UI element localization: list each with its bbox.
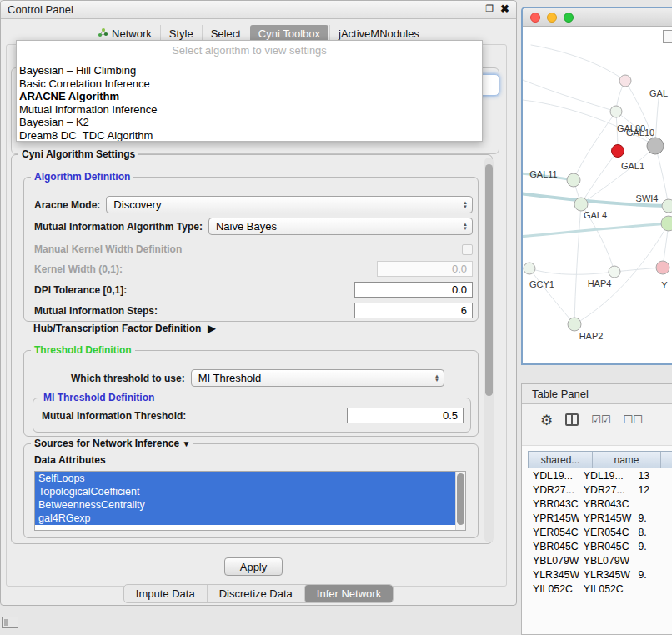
mi-steps-label: Mutual Information Steps: bbox=[34, 305, 158, 317]
algorithm-option[interactable]: Basic Correlation Inference bbox=[17, 78, 482, 91]
network-edge[interactable] bbox=[574, 204, 581, 324]
algorithm-option[interactable]: Bayesian – K2 bbox=[17, 116, 482, 129]
table-row[interactable]: YBL079WYBL079W bbox=[528, 553, 672, 568]
attribute-item-selected[interactable]: gal4RGexp bbox=[35, 512, 455, 525]
network-node[interactable] bbox=[524, 262, 535, 274]
algorithm-option[interactable]: Dream8 DC_TDC Algorithm bbox=[17, 129, 482, 142]
data-attributes-list[interactable]: SelfLoops TopologicalCoefficient Between… bbox=[34, 471, 466, 531]
minimized-panel-icon[interactable] bbox=[2, 617, 18, 628]
apply-button[interactable]: Apply bbox=[224, 558, 283, 576]
network-node[interactable] bbox=[610, 106, 622, 118]
birdseye-view-box[interactable] bbox=[663, 30, 672, 43]
tab-infer-network[interactable]: Infer Network bbox=[304, 585, 393, 602]
tab-label: Select bbox=[211, 28, 241, 40]
minimize-window-icon[interactable] bbox=[547, 12, 557, 22]
zoom-window-icon[interactable] bbox=[564, 12, 574, 22]
mi-threshold-field[interactable] bbox=[347, 408, 464, 423]
table-row[interactable]: YDL19...YDL19...13 bbox=[528, 468, 672, 482]
table-cell: YER054C bbox=[579, 527, 634, 538]
kernel-width-field[interactable] bbox=[377, 261, 473, 277]
hub-definition-toggle[interactable]: Hub/Transcription Factor Definition ▶ bbox=[33, 322, 216, 334]
dpi-tolerance-label: DPI Tolerance [0,1]: bbox=[34, 284, 127, 296]
network-edge[interactable] bbox=[581, 151, 618, 204]
which-threshold-select[interactable]: MI Threshold ▲▼ bbox=[191, 369, 444, 387]
column-header[interactable]: name bbox=[592, 452, 660, 468]
table-row[interactable]: YER054CYER054C8. bbox=[528, 525, 672, 539]
close-window-icon[interactable] bbox=[530, 12, 540, 22]
network-canvas[interactable]: GALGAL80GAL10GAL11GAL1SWI4GAL4GCY1HAP4YH… bbox=[523, 27, 672, 363]
scrollbar-thumb[interactable] bbox=[485, 164, 493, 396]
manual-kernel-checkbox[interactable] bbox=[462, 244, 473, 255]
network-node[interactable] bbox=[574, 198, 588, 211]
network-node[interactable] bbox=[609, 266, 620, 278]
network-window-titlebar[interactable] bbox=[523, 8, 672, 27]
table-row[interactable]: YDR27...YDR27...12 bbox=[528, 482, 672, 497]
network-node[interactable] bbox=[647, 138, 664, 154]
columns-icon[interactable] bbox=[565, 413, 579, 426]
attributes-scrollbar[interactable] bbox=[455, 472, 465, 530]
algorithm-option-selected[interactable]: ARACNE Algorithm bbox=[17, 90, 482, 103]
network-node[interactable] bbox=[568, 318, 581, 331]
gear-icon[interactable]: ⚙ bbox=[540, 413, 553, 428]
table-row[interactable]: YIL052CYIL052C bbox=[528, 582, 672, 596]
float-panel-icon[interactable]: ❐ bbox=[485, 3, 494, 14]
algorithm-definition-group: Algorithm Definition Aracne Mode: Discov… bbox=[23, 177, 479, 322]
table-panel-titlebar[interactable]: Table Panel bbox=[522, 384, 672, 404]
select-columns-icon[interactable]: ☑☑ bbox=[591, 413, 610, 427]
sources-title-text: Sources for Network Inference bbox=[34, 438, 179, 449]
algorithm-option[interactable]: Mutual Information Inference bbox=[17, 103, 482, 117]
network-edge[interactable] bbox=[614, 268, 663, 272]
network-node[interactable] bbox=[619, 75, 631, 87]
mi-algorithm-type-select[interactable]: Naive Bayes ▲▼ bbox=[208, 218, 473, 235]
tab-impute-data[interactable]: Impute Data bbox=[124, 585, 207, 602]
table-cell: 9. bbox=[633, 512, 672, 524]
table-cell: YDR27... bbox=[579, 484, 634, 496]
tab-discretize-data[interactable]: Discretize Data bbox=[207, 585, 304, 602]
table-cell: YPR145W bbox=[528, 512, 579, 524]
aracne-mode-select[interactable]: Discovery ▲▼ bbox=[106, 196, 473, 213]
network-edge[interactable] bbox=[529, 268, 574, 324]
network-edge[interactable] bbox=[574, 112, 616, 180]
algorithm-options-list: Bayesian – Hill Climbing Basic Correlati… bbox=[17, 64, 482, 142]
scrollbar-thumb[interactable] bbox=[457, 473, 464, 525]
network-node[interactable] bbox=[661, 216, 672, 231]
table-cell: YER054C bbox=[528, 527, 579, 538]
table-row[interactable]: YLR345WYLR345W9. bbox=[528, 568, 672, 582]
bottom-tab-bar: Impute Data Discretize Data Infer Networ… bbox=[1, 584, 516, 603]
close-panel-icon[interactable]: ✖ bbox=[500, 2, 509, 15]
network-node[interactable] bbox=[567, 173, 580, 187]
network-edge[interactable] bbox=[523, 80, 616, 112]
mi-threshold-group: MI Threshold Definition Mutual Informati… bbox=[33, 398, 471, 432]
network-canvas-area[interactable]: GALGAL80GAL10GAL11GAL1SWI4GAL4GCY1HAP4YH… bbox=[523, 27, 672, 363]
table-panel-window: Table Panel ⚙ ☑☑ ☐☐ shared... name YDL19… bbox=[521, 383, 672, 635]
sources-group-title[interactable]: Sources for Network Inference ▼ bbox=[31, 438, 193, 449]
network-edge[interactable] bbox=[529, 268, 614, 274]
table-cell: YBR043C bbox=[528, 498, 579, 510]
algorithm-option[interactable]: Bayesian – Hill Climbing bbox=[17, 64, 482, 78]
column-header[interactable]: shared... bbox=[529, 452, 592, 468]
control-panel-titlebar[interactable]: Control Panel ❐ ✖ bbox=[1, 1, 516, 19]
table-row[interactable]: YBR043CYBR043C bbox=[528, 497, 672, 511]
table-row[interactable]: YBR045CYBR045C9. bbox=[528, 539, 672, 553]
table-row[interactable]: YPR145WYPR145W9. bbox=[528, 511, 672, 525]
network-node[interactable] bbox=[656, 261, 669, 274]
table-cell: 9. bbox=[633, 541, 672, 552]
attribute-item-selected[interactable]: TopologicalCoefficient bbox=[35, 485, 455, 498]
deselect-columns-icon[interactable]: ☐☐ bbox=[624, 413, 643, 427]
network-node[interactable] bbox=[662, 199, 672, 212]
network-edge[interactable] bbox=[531, 45, 625, 81]
table-cell: YBR045C bbox=[528, 541, 579, 552]
dpi-tolerance-field[interactable] bbox=[354, 282, 473, 298]
table-cell: YPR145W bbox=[579, 512, 634, 524]
attribute-item-selected[interactable]: SelfLoops bbox=[35, 472, 455, 485]
network-node[interactable] bbox=[612, 145, 624, 158]
settings-scrollbar[interactable] bbox=[484, 158, 494, 542]
column-header[interactable] bbox=[660, 452, 672, 468]
network-edge[interactable] bbox=[523, 223, 669, 237]
manual-kernel-label: Manual Kernel Width Definition bbox=[34, 243, 182, 255]
table-cell: 8. bbox=[633, 527, 672, 538]
node-label: HAP4 bbox=[588, 278, 612, 288]
combo-arrows-icon: ▲▼ bbox=[434, 374, 444, 382]
attribute-item-selected[interactable]: BetweennessCentrality bbox=[35, 498, 455, 512]
mi-steps-field[interactable] bbox=[354, 302, 473, 318]
